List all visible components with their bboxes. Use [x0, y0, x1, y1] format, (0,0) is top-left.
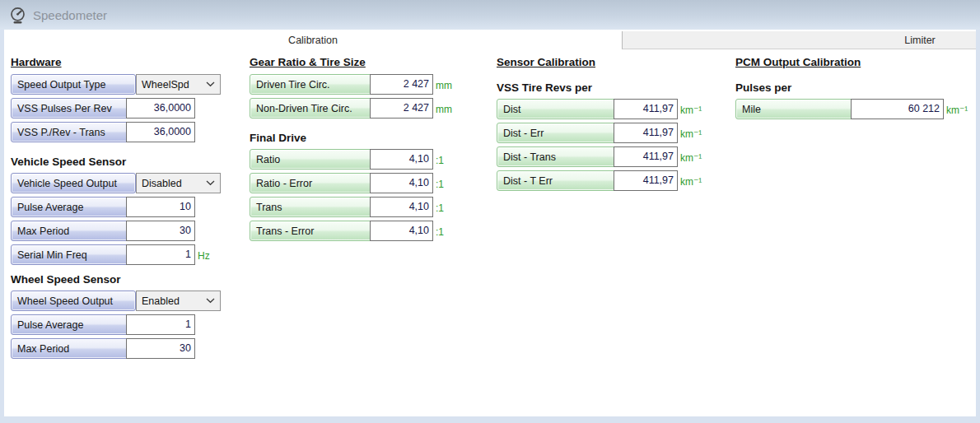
field-label: Non-Driven Tire Circ.: [250, 98, 376, 119]
gear-ratio-column: Gear Ratio & Tire Size Driven Tire Circ.…: [250, 49, 488, 244]
unit-label: km⁻¹: [680, 105, 702, 119]
unit-label: km⁻¹: [680, 176, 702, 191]
unit-label: :1: [436, 226, 444, 241]
field-row-wss-pulse-average: Pulse Average 1: [11, 314, 241, 335]
dist-input[interactable]: 411,97: [614, 99, 678, 119]
window-frame: Calibration Limiter Hardware Speed Outpu…: [0, 30, 980, 423]
field-label: Trans: [250, 197, 376, 217]
final-drive-trans-error-input[interactable]: 4,10: [370, 221, 433, 241]
sensor-calibration-column: Sensor Calibration VSS Tire Revs per Dis…: [497, 49, 735, 194]
tab-strip: Calibration Limiter: [4, 30, 976, 49]
field-row-vss-prev-trans: VSS P./Rev - Trans 36,0000: [11, 122, 241, 142]
vehicle-speed-output-dropdown[interactable]: Disabled: [136, 173, 221, 193]
unit-label: :1: [436, 202, 444, 217]
section-title-final-drive: Final Drive: [250, 132, 488, 144]
field-label: Dist: [497, 99, 620, 119]
field-label: Mile: [735, 99, 857, 119]
vss-pulse-average-input[interactable]: 10: [126, 197, 195, 217]
field-row-driven-tire-circ: Driven Tire Circ. 2 427 mm: [250, 74, 488, 95]
wss-max-period-input[interactable]: 30: [126, 338, 195, 359]
serial-min-freq-input[interactable]: 1: [126, 244, 195, 265]
driven-tire-circ-input[interactable]: 2 427: [370, 74, 433, 95]
field-label: VSS Pulses Per Rev: [11, 98, 136, 119]
field-label: Dist - Trans: [497, 146, 620, 167]
field-row-trans: Trans 4,10 :1: [250, 197, 488, 217]
field-label: VSS P./Rev - Trans: [11, 122, 136, 142]
field-row-serial-min-freq: Serial Min Freq 1 Hz: [11, 244, 241, 265]
chevron-down-icon: [206, 81, 215, 87]
dropdown-value: Disabled: [142, 178, 182, 189]
tab-limiter[interactable]: Limiter: [870, 35, 969, 46]
window-titlebar: Speedometer: [0, 0, 980, 30]
section-title-gear-ratio-tire-size: Gear Ratio & Tire Size: [250, 56, 488, 68]
hardware-column: Hardware Speed Output Type WheelSpd VSS …: [11, 49, 241, 362]
tab-calibration-label: Calibration: [288, 35, 338, 46]
field-row-wss-max-period: Max Period 30: [11, 338, 241, 359]
final-drive-trans-input[interactable]: 4,10: [370, 197, 433, 217]
field-label: Dist - Err: [497, 123, 620, 143]
unit-label: :1: [436, 179, 444, 193]
subsection-title-pulses-per: Pulses per: [735, 81, 980, 94]
field-label: Wheel Speed Output: [11, 291, 136, 311]
field-label: Max Period: [11, 338, 136, 359]
field-label: Max Period: [11, 221, 136, 241]
chevron-down-icon: [206, 298, 215, 304]
section-title-wheel-speed-sensor: Wheel Speed Sensor: [11, 273, 241, 286]
field-row-non-driven-tire-circ: Non-Driven Tire Circ. 2 427 mm: [250, 98, 488, 119]
unit-label: km⁻¹: [680, 128, 702, 143]
final-drive-ratio-error-input[interactable]: 4,10: [370, 173, 433, 193]
pulses-per-mile-input[interactable]: 60 212: [851, 99, 944, 119]
field-row-ratio: Ratio 4,10 :1: [250, 149, 488, 170]
tab-limiter-label: Limiter: [904, 35, 936, 46]
chevron-down-icon: [206, 180, 215, 186]
field-label: Vehicle Speed Output: [11, 173, 136, 193]
field-row-dist-trans: Dist - Trans 411,97 km⁻¹: [497, 146, 735, 167]
field-label: Trans - Error: [250, 221, 376, 241]
speedometer-window: Speedometer Calibration Limiter Hardware…: [0, 0, 980, 423]
calibration-page: Hardware Speed Output Type WheelSpd VSS …: [4, 49, 976, 416]
field-row-dist-t-err: Dist - T Err 411,97 km⁻¹: [497, 170, 735, 191]
dropdown-value: WheelSpd: [142, 79, 189, 91]
field-row-trans-error: Trans - Error 4,10 :1: [250, 221, 488, 241]
wss-pulse-average-input[interactable]: 1: [126, 314, 195, 335]
unit-label: mm: [436, 104, 452, 119]
field-row-vss-max-period: Max Period 30: [11, 221, 241, 241]
final-drive-ratio-input[interactable]: 4,10: [370, 149, 433, 170]
speedometer-gauge-icon: [9, 7, 26, 24]
dist-err-input[interactable]: 411,97: [614, 123, 678, 143]
window-title: Speedometer: [33, 8, 107, 22]
subsection-title-vss-tire-revs-per: VSS Tire Revs per: [497, 81, 735, 94]
field-row-dist: Dist 411,97 km⁻¹: [497, 99, 735, 119]
field-label: Pulse Average: [11, 197, 136, 217]
unit-label: Hz: [198, 250, 210, 265]
vss-max-period-input[interactable]: 30: [126, 221, 195, 241]
field-row-speed-output-type: Speed Output Type WheelSpd: [11, 74, 241, 95]
field-label: Pulse Average: [11, 314, 136, 335]
speed-output-type-dropdown[interactable]: WheelSpd: [136, 74, 221, 95]
dist-trans-input[interactable]: 411,97: [614, 146, 678, 167]
vss-pulses-per-rev-input[interactable]: 36,0000: [126, 98, 195, 119]
field-row-ratio-error: Ratio - Error 4,10 :1: [250, 173, 488, 193]
section-title-pcm-output-calibration: PCM Output Calibration: [735, 56, 980, 68]
field-label: Speed Output Type: [11, 74, 136, 95]
wheel-speed-output-dropdown[interactable]: Enabled: [136, 291, 221, 311]
section-title-vehicle-speed-sensor: Vehicle Speed Sensor: [11, 156, 241, 168]
field-row-mile: Mile 60 212 km⁻¹: [735, 99, 980, 119]
unit-label: km⁻¹: [680, 152, 702, 167]
field-row-vss-pulses-per-rev: VSS Pulses Per Rev 36,0000: [11, 98, 241, 119]
field-label: Ratio - Error: [250, 173, 376, 193]
field-row-vss-pulse-average: Pulse Average 10: [11, 197, 241, 217]
field-row-vehicle-speed-output: Vehicle Speed Output Disabled: [11, 173, 241, 193]
dist-t-err-input[interactable]: 411,97: [614, 170, 678, 191]
field-label: Dist - T Err: [497, 170, 620, 191]
field-row-dist-err: Dist - Err 411,97 km⁻¹: [497, 123, 735, 143]
tab-calibration[interactable]: Calibration: [4, 31, 622, 49]
unit-label: :1: [436, 155, 444, 170]
non-driven-tire-circ-input[interactable]: 2 427: [370, 98, 433, 119]
vss-prev-trans-input[interactable]: 36,0000: [126, 122, 195, 142]
field-label: Serial Min Freq: [11, 244, 136, 265]
pcm-output-calibration-column: PCM Output Calibration Pulses per Mile 6…: [735, 49, 980, 123]
field-row-wheel-speed-output: Wheel Speed Output Enabled: [11, 291, 241, 311]
unit-label: km⁻¹: [946, 105, 968, 119]
tab-strip-filler: Limiter: [622, 31, 976, 49]
